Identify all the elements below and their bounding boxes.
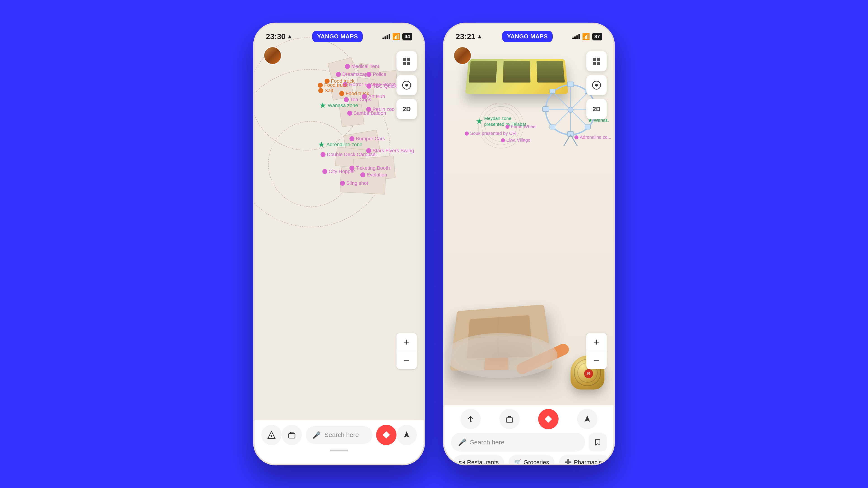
location-button-2[interactable] (577, 409, 597, 429)
poi-city-hopper: City Hopper (322, 168, 355, 174)
compass-button-2[interactable] (586, 75, 607, 95)
poi-medical-tent: Medical Tent (345, 64, 379, 69)
zoom-out-button-1[interactable]: − (397, 351, 417, 369)
svg-line-22 (564, 135, 570, 146)
map-area-1: Medical Tent Dreamscape Police Food truc… (254, 24, 424, 423)
svg-rect-24 (593, 58, 596, 61)
svg-rect-25 (597, 58, 600, 61)
search-bar-2[interactable]: 🎤 Search here (451, 433, 585, 452)
pharmacies-label: Pharmacies (574, 459, 605, 465)
signal-bars-2 (572, 34, 580, 39)
poi-ferris: Ferris Wheel (505, 124, 536, 129)
time-display-2: 23:21 (456, 32, 475, 41)
navigate-button-1[interactable] (376, 425, 397, 445)
battery-1: 34 (402, 33, 412, 40)
phones-container: 23:30 ▲ YANGO MAPS 📶 34 (253, 23, 615, 465)
svg-point-29 (595, 84, 598, 87)
time-display-1: 23:30 (266, 32, 285, 41)
svg-rect-1 (407, 58, 410, 61)
poi-police: Police (366, 71, 386, 77)
phone-1: 23:30 ▲ YANGO MAPS 📶 34 (253, 23, 425, 465)
bottom-actions-1: 🎤 Search here (261, 425, 417, 445)
directions-button-1[interactable] (261, 425, 282, 445)
mic-icon-2: 🎤 (458, 438, 466, 446)
poi-food-truck-2: Food truck (318, 82, 348, 88)
mic-icon-1: 🎤 (312, 431, 321, 439)
restaurants-icon: 🍽 (459, 459, 465, 465)
wifi-icon-2: 📶 (582, 33, 590, 40)
avatar-2[interactable] (454, 46, 471, 65)
poi-samba: Samba Baloon (347, 110, 386, 116)
briefcase-button-1[interactable] (282, 425, 302, 445)
category-pharmacies[interactable]: ➕ Pharmacies (559, 455, 610, 465)
pharmacies-icon: ➕ (564, 459, 572, 465)
restaurants-label: Restaurants (467, 459, 499, 465)
poi-ticketing: Ticketing Booth (349, 165, 390, 171)
svg-rect-0 (403, 58, 406, 61)
phone-2: 23:21 ▲ YANGO MAPS 📶 37 (443, 23, 615, 465)
zoom-controls-2: + − (586, 333, 607, 369)
groceries-icon: 🛒 (514, 459, 521, 465)
avatar-1[interactable] (264, 46, 282, 65)
svg-point-5 (405, 84, 408, 87)
layers-button-1[interactable] (397, 51, 417, 71)
poi-adrenaline-1: Adrenaline zone (318, 141, 362, 148)
yango-logo-2: YANGO MAPS (502, 31, 553, 42)
category-restaurants[interactable]: 🍽 Restaurants (454, 455, 504, 465)
poi-souk: Souk presented by CFI (465, 131, 517, 136)
nav-arrow-icon-2: ▲ (477, 33, 483, 40)
search-placeholder-1: Search here (324, 431, 366, 438)
search-placeholder-2: Search here (470, 439, 578, 446)
svg-rect-21 (585, 125, 590, 129)
battery-2: 37 (592, 33, 602, 40)
svg-rect-2 (403, 62, 406, 65)
poi-dreamscape: Dreamscape (336, 71, 370, 77)
category-groceries[interactable]: 🛒 Groceries (508, 455, 555, 465)
layers-button-2[interactable] (586, 51, 607, 71)
compass-button-1[interactable] (397, 75, 417, 95)
poi-double-deck: Double Deck Carousel (320, 152, 377, 158)
svg-rect-20 (550, 125, 555, 129)
poi-wanasa-1: Wanasa zone (320, 102, 358, 109)
status-icons-1: 📶 34 (382, 33, 412, 40)
signal-bars-1 (382, 34, 390, 39)
zoom-controls-1: + − (397, 333, 417, 369)
poi-bumper: Bumper Cars (349, 136, 385, 142)
wifi-icon-1: 📶 (392, 33, 400, 40)
svg-rect-26 (593, 62, 596, 65)
groceries-label: Groceries (524, 459, 549, 465)
svg-rect-7 (289, 433, 295, 438)
svg-rect-3 (407, 62, 410, 65)
mode-2d-button-2[interactable]: 2D (586, 99, 607, 119)
bottom-bar-2: 🎤 Search here 🍽 Restaurants 🛒 Grocer (444, 405, 614, 464)
poi-evolution: Evolution (360, 172, 387, 178)
zoom-out-button-2[interactable]: − (586, 351, 607, 369)
status-time-2: 23:21 ▲ (456, 32, 483, 41)
zoom-in-button-2[interactable]: + (586, 333, 607, 351)
yango-logo-1: YANGO MAPS (312, 31, 363, 42)
bottom-actions-2 (451, 409, 607, 429)
category-row-2: 🍽 Restaurants 🛒 Groceries ➕ Pharmacies (451, 455, 607, 465)
svg-rect-31 (506, 418, 513, 422)
svg-point-6 (271, 435, 272, 437)
svg-rect-15 (567, 131, 574, 136)
status-icons-2: 📶 37 (572, 33, 602, 40)
map-area-2: R Meydan zonepresented by Talabat Ferris… (444, 24, 614, 423)
poi-adrenaline-2: Adrenaline zo... (575, 135, 611, 140)
search-bar-1[interactable]: 🎤 Search here (306, 426, 373, 444)
zoom-in-button-1[interactable]: + (397, 333, 417, 351)
scroll-indicator-1 (330, 450, 348, 451)
svg-rect-18 (550, 89, 555, 94)
bookmark-button-2[interactable] (589, 433, 607, 451)
svg-rect-14 (567, 82, 574, 87)
svg-rect-16 (542, 107, 549, 111)
briefcase-button-2[interactable] (499, 409, 520, 429)
poi-salt: Salt (318, 88, 333, 94)
directions-button-2[interactable] (460, 409, 481, 429)
navigate-button-2[interactable] (538, 409, 559, 429)
mode-2d-button-1[interactable]: 2D (397, 99, 417, 119)
status-bar-1: 23:30 ▲ YANGO MAPS 📶 34 (254, 24, 424, 44)
svg-point-30 (470, 420, 471, 422)
location-button-1[interactable] (397, 425, 417, 445)
nav-arrow-icon-1: ▲ (287, 33, 293, 40)
